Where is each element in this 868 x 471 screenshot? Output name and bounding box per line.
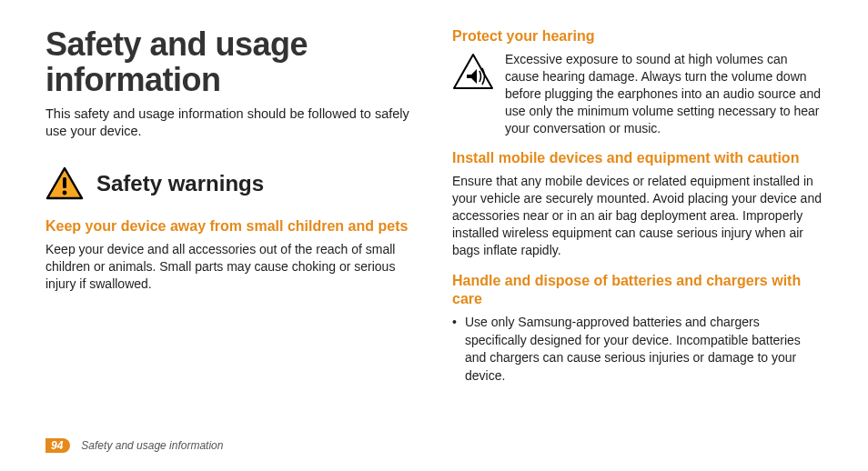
right-column: Protect your hearing Excessive exposure … xyxy=(452,27,823,385)
safety-warnings-heading: Safety warnings xyxy=(45,166,416,201)
body-children-pets: Keep your device and all accessories out… xyxy=(45,241,416,293)
section-heading-text: Safety warnings xyxy=(96,171,264,196)
subheading-hearing: Protect your hearing xyxy=(452,27,823,45)
page-number-badge: 94 xyxy=(45,438,70,453)
page-title: Safety and usage information xyxy=(45,27,416,98)
hearing-warning-icon xyxy=(452,51,494,95)
page-intro: This safety and usage information should… xyxy=(45,105,416,141)
svg-rect-0 xyxy=(63,177,66,188)
hearing-row: Excessive exposure to sound at high volu… xyxy=(452,51,823,136)
page-footer: 94 Safety and usage information xyxy=(45,438,223,453)
subheading-install-caution: Install mobile devices and equipment wit… xyxy=(452,149,823,167)
body-install-caution: Ensure that any mobile devices or relate… xyxy=(452,173,823,258)
subheading-batteries: Handle and dispose of batteries and char… xyxy=(452,272,823,308)
body-hearing: Excessive exposure to sound at high volu… xyxy=(505,51,823,136)
warning-triangle-icon xyxy=(45,166,84,201)
left-column: Safety and usage information This safety… xyxy=(45,27,416,385)
subheading-children-pets: Keep your device away from small childre… xyxy=(45,217,416,236)
footer-text: Safety and usage information xyxy=(81,439,223,452)
batteries-list: Use only Samsung-approved batteries and … xyxy=(452,314,823,385)
list-item: Use only Samsung-approved batteries and … xyxy=(452,314,823,385)
svg-point-1 xyxy=(63,190,67,195)
